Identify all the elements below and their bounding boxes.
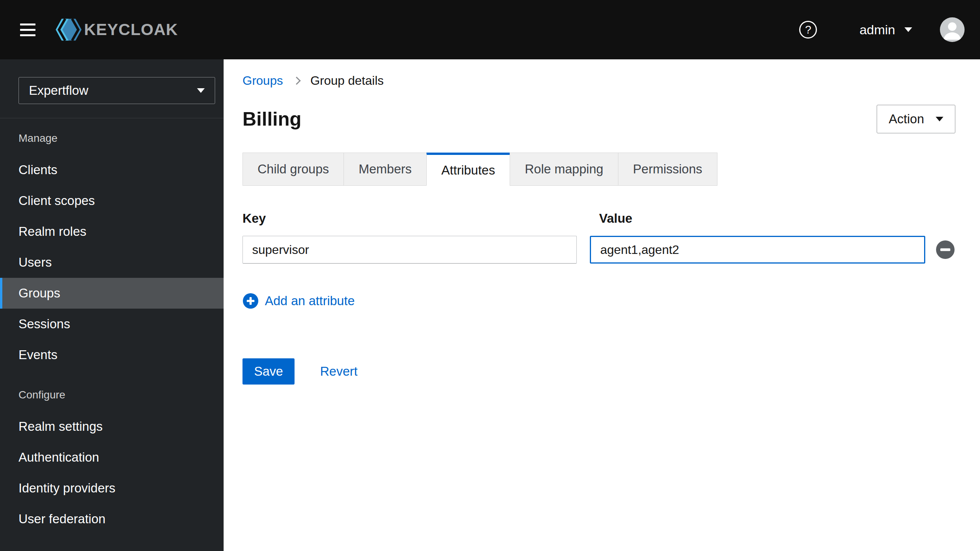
tab-members[interactable]: Members [344,153,427,186]
nav-section-manage: Manage Clients Client scopes Realm roles… [0,132,224,370]
sidebar-item-clients[interactable]: Clients [0,155,224,185]
attribute-key-input[interactable] [242,236,577,264]
nav-list-configure: Realm settings Authentication Identity p… [0,411,224,534]
breadcrumb-current: Group details [310,73,384,88]
keycloak-hexagon-icon [55,18,83,42]
chevron-right-icon [293,76,301,84]
sidebar-item-realm-settings[interactable]: Realm settings [0,411,224,442]
sidebar-item-users[interactable]: Users [0,247,224,278]
app: KEYCLOAK ? admin Expertflow [0,0,980,551]
help-button[interactable]: ? [799,21,817,39]
attributes-form: Key Value Add an at [242,211,955,385]
nav-list-manage: Clients Client scopes Realm roles Users … [0,155,224,370]
attribute-value-input[interactable] [590,236,925,264]
nav-toggle-button[interactable] [18,20,38,40]
sidebar-item-user-federation[interactable]: User federation [0,504,224,534]
realm-name: Expertflow [29,83,88,98]
tab-permissions[interactable]: Permissions [618,153,717,186]
breadcrumb: Groups Group details [242,73,955,88]
user-menu-button[interactable]: admin [859,22,912,37]
realm-selector-block: Expertflow [0,59,224,118]
nav-section-configure: Configure Realm settings Authentication … [0,389,224,534]
remove-attribute-button[interactable] [935,240,955,260]
main-content: Groups Group details Billing Action Chil… [224,59,980,551]
sidebar-item-groups[interactable]: Groups [0,278,224,309]
action-dropdown-label: Action [889,112,924,126]
add-attribute-button[interactable]: Add an attribute [242,293,355,309]
sidebar: Expertflow Manage Clients Client scopes … [0,59,224,551]
sidebar-item-authentication[interactable]: Authentication [0,442,224,473]
add-attribute-label: Add an attribute [265,294,355,308]
title-row: Billing Action [242,105,955,133]
save-button[interactable]: Save [242,358,295,385]
attributes-key-header: Key [242,211,580,226]
tab-attributes[interactable]: Attributes [426,153,510,186]
form-actions: Save Revert [242,358,955,385]
tab-role-mapping[interactable]: Role mapping [510,153,618,186]
chevron-down-icon [197,88,205,93]
attribute-row [242,236,955,264]
sidebar-item-events[interactable]: Events [0,339,224,370]
sidebar-item-sessions[interactable]: Sessions [0,309,224,339]
attributes-value-header: Value [593,211,632,226]
breadcrumb-groups-link[interactable]: Groups [242,73,283,88]
chevron-down-icon [904,27,912,32]
sidebar-item-client-scopes[interactable]: Client scopes [0,185,224,216]
avatar[interactable] [940,17,965,42]
minus-circle-icon [935,240,955,260]
sidebar-item-identity-providers[interactable]: Identity providers [0,473,224,504]
nav-section-manage-title: Manage [0,132,224,144]
attributes-headers: Key Value [242,211,955,226]
masthead-right: ? admin [799,17,965,42]
tabs: Child groups Members Attributes Role map… [242,153,955,186]
realm-selector[interactable]: Expertflow [19,77,215,104]
user-name: admin [859,22,895,37]
action-dropdown-button[interactable]: Action [877,105,955,133]
brand-text: KEYCLOAK [84,20,178,39]
keycloak-logo: KEYCLOAK [55,18,178,42]
plus-circle-icon [242,293,259,309]
user-avatar-icon [940,17,965,42]
tab-child-groups[interactable]: Child groups [242,153,344,186]
page-title: Billing [242,108,301,130]
hamburger-icon [20,24,35,36]
question-circle-icon: ? [799,21,817,39]
sidebar-item-realm-roles[interactable]: Realm roles [0,216,224,247]
revert-button[interactable]: Revert [320,364,357,379]
masthead: KEYCLOAK ? admin [0,0,980,59]
chevron-down-icon [936,117,943,121]
nav-section-configure-title: Configure [0,389,224,401]
